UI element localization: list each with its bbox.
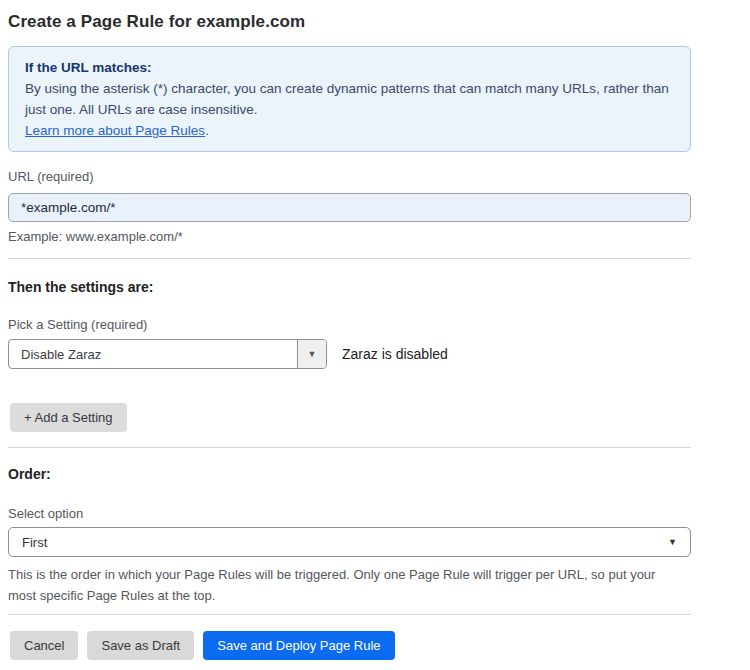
order-section-heading: Order:	[8, 466, 691, 483]
setting-picker-label: Pick a Setting (required)	[8, 317, 691, 332]
footer-actions: Cancel Save as Draft Save and Deploy Pag…	[10, 631, 691, 660]
setting-status-text: Zaraz is disabled	[342, 346, 448, 362]
setting-select[interactable]: Disable Zaraz ▼	[8, 339, 327, 369]
info-box-link-line: Learn more about Page Rules.	[25, 120, 674, 141]
url-field-hint: Example: www.example.com/*	[8, 229, 691, 244]
url-field-label: URL (required)	[8, 169, 691, 184]
url-input[interactable]	[8, 193, 691, 222]
save-and-deploy-button[interactable]: Save and Deploy Page Rule	[203, 631, 394, 660]
chevron-down-icon: ▼	[308, 350, 317, 359]
learn-more-link[interactable]: Learn more about Page Rules	[25, 123, 205, 138]
order-select[interactable]: First ▼	[8, 527, 691, 557]
divider	[8, 258, 691, 259]
divider	[8, 614, 691, 615]
order-select-value: First	[22, 535, 47, 550]
info-box-body: By using the asterisk (*) character, you…	[25, 78, 674, 120]
divider	[8, 447, 691, 448]
page-rule-form: Create a Page Rule for example.com If th…	[8, 0, 691, 660]
order-select-label: Select option	[8, 506, 691, 521]
info-box-heading: If the URL matches:	[25, 57, 674, 78]
order-help-text: This is the order in which your Page Rul…	[8, 564, 678, 606]
setting-row: Disable Zaraz ▼ Zaraz is disabled	[8, 339, 691, 369]
cancel-button[interactable]: Cancel	[10, 631, 78, 660]
add-setting-button[interactable]: + Add a Setting	[10, 403, 127, 432]
setting-select-value: Disable Zaraz	[9, 340, 297, 368]
settings-section-heading: Then the settings are:	[8, 279, 691, 296]
url-match-info-box: If the URL matches: By using the asteris…	[8, 46, 691, 152]
chevron-down-icon: ▼	[668, 538, 677, 547]
setting-select-arrow-button[interactable]: ▼	[297, 340, 326, 368]
page-title: Create a Page Rule for example.com	[8, 12, 691, 32]
save-as-draft-button[interactable]: Save as Draft	[87, 631, 194, 660]
link-suffix: .	[205, 123, 209, 138]
